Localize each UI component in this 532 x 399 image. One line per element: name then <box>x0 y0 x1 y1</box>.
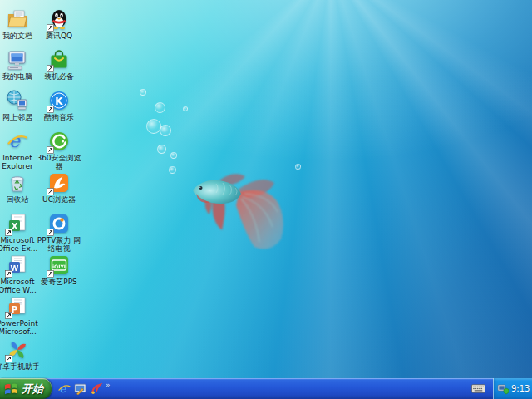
desktop-icon-kugou-music[interactable]: K酷狗音乐 <box>24 90 94 121</box>
desktop-icon-label: PPTV聚力 网 络电视 <box>24 236 94 253</box>
quick-launch-bar: e » <box>55 378 114 399</box>
shortcut-arrow-icon <box>47 188 54 195</box>
desktop-icon-iqiyi-pps[interactable]: iQIYI爱奇艺PPS <box>24 254 94 286</box>
shortcut-arrow-icon <box>47 65 54 72</box>
language-keyboard-icon[interactable] <box>471 383 485 394</box>
desktop-icon-label: UC浏览器 <box>24 195 94 204</box>
desktop-icon-pptv[interactable]: PPTV聚力 网 络电视 <box>24 213 94 253</box>
desktop-icon-label: 腾讯QQ <box>24 32 94 40</box>
kugou-music-icon: K <box>48 90 70 111</box>
desktop-icon-uc-browser[interactable]: UC浏览器 <box>24 172 94 204</box>
desktop-wallpaper: 我的文档腾讯QQ我的电脑装机必备网上邻居K酷狗音乐eInternet Explo… <box>0 0 532 378</box>
shortcut-arrow-icon <box>5 312 12 319</box>
svg-text:iQIYI: iQIYI <box>52 264 66 269</box>
desktop-icon-label: 好卓手机助手 <box>0 362 52 371</box>
start-label: 开始 <box>22 382 43 397</box>
quicklaunch-media-player-icon[interactable] <box>90 382 102 395</box>
desktop-icon-powerpoint[interactable]: PPowerPoint Microsof... <box>0 296 52 336</box>
start-button[interactable]: 开始 <box>0 378 52 399</box>
shortcut-arrow-icon <box>47 24 54 32</box>
haozhuo-assistant-icon <box>7 339 28 361</box>
360-browser-icon <box>48 131 70 152</box>
desktop-icon-tencent-qq[interactable]: 腾讯QQ <box>24 8 94 40</box>
quicklaunch-show-desktop-icon[interactable] <box>74 382 86 395</box>
bubble <box>160 125 171 136</box>
desktop-icon-360-browser[interactable]: 360安全浏览 器 <box>24 131 94 170</box>
taskbar: 开始 e » <box>0 378 532 399</box>
shortcut-arrow-icon <box>47 229 54 236</box>
desktop-icon-label: 爱奇艺PPS <box>24 278 94 286</box>
quicklaunch-internet-explorer-icon[interactable]: e <box>58 382 71 395</box>
desktop-icon-label: 装机必备 <box>24 72 94 81</box>
bubble <box>157 145 166 154</box>
iqiyi-pps-icon: iQIYI <box>48 254 70 276</box>
powerpoint-icon: P <box>7 296 28 318</box>
windows-flag-icon <box>4 382 18 395</box>
desktop-icon-haozhuo-assistant[interactable]: 好卓手机助手 <box>0 339 52 371</box>
zhuangji-bibei-icon <box>48 49 70 71</box>
uc-browser-icon <box>48 172 70 194</box>
shortcut-arrow-icon <box>5 270 12 278</box>
shortcut-arrow-icon <box>47 146 54 154</box>
desktop-icon-label: PowerPoint Microsof... <box>0 319 52 336</box>
taskbar-clock[interactable]: 9:13 <box>511 384 530 393</box>
bubble <box>295 164 301 170</box>
desktop-icon-label: 酷狗音乐 <box>24 113 94 121</box>
shortcut-arrow-icon <box>5 229 12 236</box>
bubble <box>169 166 176 174</box>
svg-text:K: K <box>55 96 63 107</box>
bubble <box>170 152 177 159</box>
bubble <box>155 102 165 113</box>
pptv-icon <box>48 213 70 234</box>
system-tray: 9:13 <box>493 378 532 399</box>
shortcut-arrow-icon <box>47 106 54 113</box>
shortcut-arrow-icon <box>47 270 54 278</box>
shortcut-arrow-icon <box>5 355 12 362</box>
bubble <box>140 89 146 96</box>
desktop-icon-label: 360安全浏览 器 <box>24 154 94 170</box>
security-monitor-tray-icon[interactable] <box>497 383 509 395</box>
quick-launch-overflow-chevron[interactable]: » <box>106 382 111 389</box>
betta-fish <box>188 160 288 254</box>
bubble <box>183 106 188 111</box>
tencent-qq-icon <box>48 8 70 30</box>
screen: 我的文档腾讯QQ我的电脑装机必备网上邻居K酷狗音乐eInternet Explo… <box>0 0 532 399</box>
desktop-icon-zhuangji-bibei[interactable]: 装机必备 <box>24 49 94 81</box>
